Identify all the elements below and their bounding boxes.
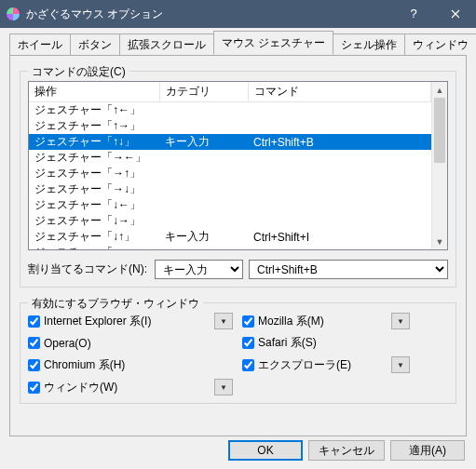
checkbox-safari[interactable]: Safari 系(S)	[242, 335, 391, 351]
cell-op: ジェスチャー「→←」	[29, 150, 159, 166]
tab-mouse-gesture[interactable]: マウス ジェスチャー	[213, 31, 333, 55]
table-row[interactable]: ジェスチャー「↑↓」キー入力Ctrl+Shift+B	[29, 134, 431, 150]
cell-cmd	[248, 181, 431, 197]
checkbox-mozilla-label: Mozilla 系(M)	[258, 314, 324, 329]
checkbox-explorer-input[interactable]	[242, 359, 254, 371]
commands-legend: コマンドの設定(C)	[28, 64, 129, 80]
col-command[interactable]: コマンド	[248, 82, 431, 102]
window-title: かざぐるマウス オプション	[26, 7, 392, 22]
table-row[interactable]: ジェスチャー「↓←」	[29, 197, 431, 213]
cell-cat	[159, 118, 248, 134]
assign-label: 割り当てるコマンド(N):	[28, 261, 149, 277]
commands-group: コマンドの設定(C) 操作 カテゴリ コマンド ジェスチャー「↑←」ジェスチャー…	[20, 71, 456, 288]
checkbox-mozilla[interactable]: Mozilla 系(M)	[242, 314, 391, 329]
checkbox-chromium[interactable]: Chromium 系(H)	[28, 357, 214, 373]
cell-op: ジェスチャー「↓←」	[29, 197, 159, 213]
cell-op: ジェスチャー「↑←」	[29, 102, 159, 119]
checkbox-explorer[interactable]: エクスプローラ(E)	[242, 357, 391, 373]
ie-menu-button[interactable]: ▼	[214, 313, 233, 329]
cell-op: ジェスチャー「↓→」	[29, 213, 159, 229]
titlebar: かざぐるマウス オプション ?	[0, 0, 476, 28]
close-button[interactable]	[434, 0, 476, 28]
list-scrollbar[interactable]: ▲ ▼	[431, 82, 447, 249]
checkbox-chromium-label: Chromium 系(H)	[44, 357, 125, 373]
cell-cmd	[248, 118, 431, 134]
cell-cmd	[248, 197, 431, 213]
checkbox-ie[interactable]: Internet Explorer 系(I)	[28, 314, 214, 329]
cell-cat	[159, 245, 248, 249]
mozilla-menu-button[interactable]: ▼	[391, 313, 410, 329]
cell-cmd: Ctrl+Shift+I	[248, 229, 431, 245]
table-row[interactable]: ジェスチャー「↓→」	[29, 213, 431, 229]
checkbox-opera-input[interactable]	[28, 337, 40, 349]
checkbox-explorer-label: エクスプローラ(E)	[258, 357, 351, 373]
assign-row: 割り当てるコマンド(N): キー入力 Ctrl+Shift+B	[28, 260, 448, 279]
table-row[interactable]: ジェスチャー「↑→」	[29, 118, 431, 134]
tab-window[interactable]: ウィンドウ	[404, 34, 476, 56]
tab-wheel[interactable]: ホイール	[9, 34, 71, 56]
cell-cmd	[248, 166, 431, 181]
cell-op: ジェスチャー「↓↑」	[29, 229, 159, 245]
col-category[interactable]: カテゴリ	[159, 82, 248, 102]
explorer-menu-button[interactable]: ▼	[391, 356, 410, 373]
apply-button[interactable]: 適用(A)	[390, 440, 465, 461]
cell-op: ジェスチャー「→↓」	[29, 181, 159, 197]
cell-op: ジェスチャー「→↑」	[29, 166, 159, 181]
table-row[interactable]: ジェスチャー「→↑」	[29, 166, 431, 181]
cell-cmd	[248, 213, 431, 229]
cell-cmd: Ctrl+Shift+B	[248, 134, 431, 150]
checkbox-opera[interactable]: Opera(O)	[28, 337, 214, 350]
checkbox-safari-input[interactable]	[242, 337, 254, 349]
help-button[interactable]: ?	[392, 0, 434, 28]
svg-text:?: ?	[410, 7, 416, 20]
tab-panel: コマンドの設定(C) 操作 カテゴリ コマンド ジェスチャー「↑←」ジェスチャー…	[9, 55, 467, 436]
table-row[interactable]: ジェスチャー「↑←」	[29, 102, 431, 119]
cell-op: ジェスチャー「↑↓」	[29, 134, 159, 150]
cell-cmd	[248, 245, 431, 249]
checkbox-window-input[interactable]	[28, 382, 40, 394]
checkbox-window[interactable]: ウィンドウ(W)	[28, 380, 214, 395]
table-row[interactable]: ジェスチャー「→←」	[29, 150, 431, 166]
checkbox-window-label: ウィンドウ(W)	[44, 380, 117, 395]
cell-cmd	[248, 102, 431, 119]
browsers-group: 有効にするブラウザ・ウィンドウ Internet Explorer 系(I) ▼…	[20, 302, 456, 404]
scroll-down-icon[interactable]: ▼	[432, 234, 447, 249]
window-menu-button[interactable]: ▼	[214, 379, 233, 395]
assign-command-combo[interactable]: Ctrl+Shift+B	[249, 260, 448, 279]
cancel-button[interactable]: キャンセル	[308, 440, 385, 461]
browsers-legend: 有効にするブラウザ・ウィンドウ	[28, 296, 203, 312]
checkbox-opera-label: Opera(O)	[44, 337, 91, 350]
scroll-thumb[interactable]	[434, 98, 445, 163]
client-area: ホイール ボタン 拡張スクロール マウス ジェスチャー シェル操作 ウィンドウ …	[0, 28, 476, 432]
table-row[interactable]: ジェスチャー「↓→」	[29, 245, 431, 249]
tab-strip: ホイール ボタン 拡張スクロール マウス ジェスチャー シェル操作 ウィンドウ …	[9, 35, 467, 56]
checkbox-mozilla-input[interactable]	[242, 315, 254, 328]
tab-button[interactable]: ボタン	[70, 34, 120, 56]
cell-op: ジェスチャー「↓→」	[29, 245, 159, 249]
cell-cat: キー入力	[159, 134, 248, 150]
tab-ext-scroll[interactable]: 拡張スクロール	[119, 34, 214, 56]
table-row[interactable]: ジェスチャー「→↓」	[29, 181, 431, 197]
cell-cat	[159, 181, 248, 197]
tab-shell[interactable]: シェル操作	[333, 34, 405, 56]
dialog-footer: OK キャンセル 適用(A)	[0, 432, 476, 469]
table-row[interactable]: ジェスチャー「↓↑」キー入力Ctrl+Shift+I	[29, 229, 431, 245]
col-operation[interactable]: 操作	[29, 82, 159, 102]
cell-cat	[159, 166, 248, 181]
cell-cat	[159, 197, 248, 213]
checkbox-chromium-input[interactable]	[28, 359, 40, 371]
cell-cmd	[248, 150, 431, 166]
ok-button[interactable]: OK	[228, 440, 303, 461]
checkbox-safari-label: Safari 系(S)	[258, 335, 317, 351]
checkbox-ie-input[interactable]	[28, 315, 40, 328]
checkbox-ie-label: Internet Explorer 系(I)	[44, 314, 151, 329]
cell-cat	[159, 213, 248, 229]
scroll-up-icon[interactable]: ▲	[432, 82, 447, 98]
scroll-track[interactable]	[432, 98, 447, 234]
assign-category-combo[interactable]: キー入力	[155, 260, 243, 279]
app-icon	[6, 7, 20, 21]
cell-cat	[159, 102, 248, 119]
cell-cat: キー入力	[159, 229, 248, 245]
cell-cat	[159, 150, 248, 166]
commands-list[interactable]: 操作 カテゴリ コマンド ジェスチャー「↑←」ジェスチャー「↑→」ジェスチャー「…	[28, 81, 448, 250]
